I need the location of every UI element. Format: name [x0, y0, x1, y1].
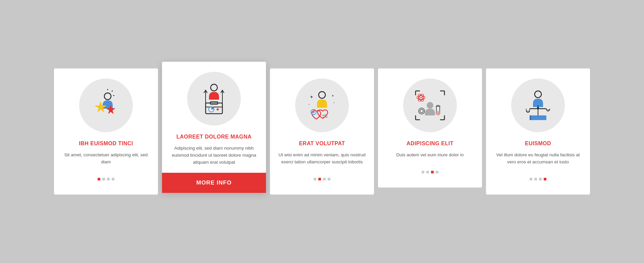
- dot: [323, 178, 326, 180]
- card-4: ADIPISCING ELIT Duis autem vel eum iriur…: [378, 68, 482, 188]
- card-4-icon-circle: [403, 78, 457, 132]
- more-info-button[interactable]: MORE INFO: [162, 173, 266, 193]
- card-5-desc: Vel illum dolore eu feugiat nulla facili…: [494, 152, 582, 166]
- svg-point-26: [427, 102, 433, 109]
- card-2: LAOREET DOLORE MAGNA Adipiscing elit, se…: [162, 62, 266, 193]
- svg-point-32: [419, 108, 425, 114]
- svg-text:✦: ✦: [310, 94, 314, 100]
- card-5: EUISMOD Vel illum dolore eu feugiat null…: [486, 68, 590, 195]
- dot: [544, 178, 546, 180]
- card-1-title: IBH EUISMOD TINCI: [79, 140, 133, 147]
- dot: [422, 171, 424, 173]
- card-3-dots: [314, 172, 330, 187]
- dot: [530, 178, 532, 180]
- card-3: ✦ ✦ + + ERAT VOLUTPAT Ut wisi enim ad mi…: [270, 68, 374, 195]
- card-3-desc: Ut wisi enim ad minim veniam, quis nostr…: [278, 152, 366, 166]
- card-1: IBH EUISMOD TINCI Sit amet, consectetuer…: [54, 68, 158, 195]
- svg-point-33: [420, 109, 423, 113]
- dot: [539, 178, 542, 180]
- card-2-desc: Adipiscing elit, sed diam nonummy nibh e…: [170, 145, 258, 166]
- dot: [534, 178, 537, 180]
- card-1-icon-circle: [79, 78, 133, 132]
- card-2-icon-circle: [187, 72, 241, 125]
- svg-text:+: +: [308, 103, 310, 106]
- dot: [102, 178, 105, 180]
- svg-point-48: [537, 107, 539, 109]
- svg-point-37: [535, 91, 541, 98]
- card-4-desc: Duis autem vel eum iriure dolor in: [396, 152, 464, 159]
- dot: [314, 178, 316, 180]
- svg-point-6: [211, 84, 217, 91]
- dot: [318, 178, 321, 180]
- svg-rect-35: [436, 111, 440, 115]
- svg-point-0: [104, 93, 111, 100]
- svg-rect-46: [530, 115, 546, 120]
- card-1-dots: [98, 172, 114, 187]
- svg-point-15: [319, 92, 325, 98]
- card-2-title: LAOREET DOLORE MAGNA: [176, 134, 252, 141]
- dot: [107, 178, 110, 180]
- dot: [98, 178, 100, 180]
- card-3-icon-circle: ✦ ✦ + +: [295, 78, 349, 132]
- card-5-dots: [530, 172, 546, 187]
- dot: [436, 171, 438, 173]
- card-1-desc: Sit amet, consectetuer adipiscing elit, …: [62, 152, 150, 166]
- svg-point-28: [420, 97, 422, 98]
- card-5-title: EUISMOD: [525, 140, 551, 147]
- svg-line-4: [112, 91, 113, 92]
- justice-person-icon: [520, 87, 556, 124]
- svg-rect-47: [530, 115, 531, 120]
- card-4-title: ADIPISCING ELIT: [407, 140, 453, 147]
- dot: [112, 178, 114, 180]
- star-person-icon: [88, 87, 124, 124]
- card-3-title: ERAT VOLUTPAT: [299, 140, 345, 147]
- cards-container: IBH EUISMOD TINCI Sit amet, consectetuer…: [34, 55, 610, 208]
- svg-text:+: +: [333, 101, 335, 104]
- dot: [431, 171, 434, 173]
- dot: [328, 178, 330, 180]
- growth-briefcase-icon: [196, 80, 232, 117]
- dot: [426, 171, 429, 173]
- svg-text:✦: ✦: [331, 94, 334, 98]
- science-person-icon: [412, 87, 448, 124]
- card-4-dots: [422, 165, 438, 179]
- health-person-icon: ✦ ✦ + +: [304, 87, 340, 124]
- card-5-icon-circle: [511, 78, 565, 132]
